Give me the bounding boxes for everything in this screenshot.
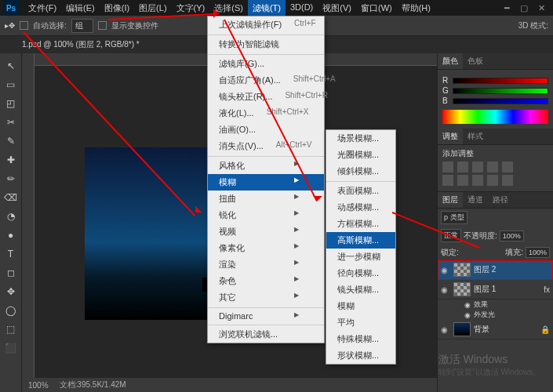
- filter-menu-item[interactable]: 其它: [208, 289, 324, 306]
- filter-menu-item[interactable]: 风格化: [208, 156, 324, 174]
- visibility-toggle[interactable]: ◉: [441, 325, 450, 334]
- filter-menu-item[interactable]: 转换为智能滤镜: [208, 34, 324, 53]
- filter-menu-item[interactable]: 浏览联机滤镜...: [208, 325, 324, 343]
- tool-0[interactable]: ↖: [2, 57, 20, 74]
- filter-menu-item[interactable]: 视频: [208, 223, 324, 240]
- filter-menu-item[interactable]: 油画(O)...: [208, 122, 324, 138]
- filter-menu-item[interactable]: 滤镜库(G)...: [208, 54, 324, 72]
- menu-0[interactable]: 文件(F): [24, 0, 61, 16]
- tab-color[interactable]: 颜色: [438, 53, 463, 69]
- annotation-arrowhead: [213, 9, 223, 18]
- tool-13[interactable]: ◯: [2, 302, 20, 319]
- menu-3[interactable]: 图层(L): [134, 0, 171, 16]
- slider-r[interactable]: [453, 78, 548, 84]
- layer-name[interactable]: 图层 2: [474, 264, 550, 275]
- tool-9[interactable]: ●: [2, 227, 20, 244]
- tool-6[interactable]: ✏: [2, 170, 20, 187]
- blur-menu-item[interactable]: 表面模糊...: [326, 181, 395, 199]
- blur-menu-item[interactable]: 模糊: [326, 298, 395, 314]
- tool-7[interactable]: ⌫: [2, 189, 20, 206]
- lock-label: 锁定:: [441, 247, 459, 258]
- auto-select-dropdown[interactable]: 组: [71, 19, 93, 33]
- visibility-toggle[interactable]: ◉: [441, 285, 450, 294]
- tool-3[interactable]: ✂: [2, 114, 20, 131]
- slider-b[interactable]: [453, 98, 548, 104]
- blur-menu-item[interactable]: 高斯模糊...: [326, 232, 395, 249]
- tab-adjust[interactable]: 调整: [438, 129, 463, 144]
- minimize-button[interactable]: ━: [498, 3, 515, 13]
- restore-button[interactable]: ▢: [515, 3, 533, 13]
- blur-menu-item[interactable]: 方框模糊...: [326, 216, 395, 232]
- fx-item[interactable]: ◉ 外发光: [438, 310, 553, 320]
- layer-name[interactable]: 背景: [474, 324, 537, 335]
- menu-7[interactable]: 3D(D): [286, 0, 318, 16]
- menu-8[interactable]: 视图(V): [318, 0, 356, 16]
- tab-layers[interactable]: 图层: [438, 192, 463, 208]
- blur-menu-item[interactable]: 特殊模糊...: [326, 331, 395, 347]
- color-spectrum[interactable]: [442, 110, 548, 124]
- close-button[interactable]: ✕: [533, 3, 550, 13]
- adjust-icon[interactable]: [442, 175, 453, 186]
- blur-menu-item[interactable]: 场景模糊...: [326, 130, 395, 147]
- tool-4[interactable]: ✎: [2, 132, 20, 150]
- tab-paths[interactable]: 路径: [488, 192, 513, 208]
- slider-g[interactable]: [453, 88, 548, 94]
- show-transform-checkbox[interactable]: [98, 21, 107, 30]
- menu-6[interactable]: 滤镜(T): [248, 0, 286, 16]
- layer-name[interactable]: 图层 1: [474, 284, 540, 295]
- tab-channels[interactable]: 通道: [463, 192, 488, 208]
- menu-1[interactable]: 编辑(E): [61, 0, 100, 16]
- adjust-icon[interactable]: [472, 162, 483, 172]
- filter-menu-item[interactable]: 液化(L)...Shift+Ctrl+X: [208, 105, 324, 122]
- layer-row[interactable]: ◉ 图层 1 fx: [438, 280, 553, 299]
- fill-value[interactable]: 100%: [526, 247, 550, 258]
- layer-kind-filter[interactable]: p 类型: [441, 211, 468, 224]
- tab-swatches[interactable]: 色板: [463, 53, 488, 69]
- adjust-icon[interactable]: [502, 162, 513, 172]
- tool-11[interactable]: ◻: [2, 264, 20, 281]
- menu-10[interactable]: 帮助(H): [397, 0, 435, 16]
- menu-9[interactable]: 窗口(W): [356, 0, 397, 16]
- filter-menu-item[interactable]: Digimarc: [208, 307, 324, 323]
- blur-menu-item[interactable]: 镜头模糊...: [326, 281, 395, 298]
- filter-menu-item[interactable]: 锐化: [208, 207, 324, 223]
- visibility-toggle[interactable]: ◉: [441, 266, 450, 274]
- adjust-icon[interactable]: [457, 162, 468, 172]
- tool-5[interactable]: ✚: [2, 151, 20, 169]
- tool-14[interactable]: ⬚: [2, 321, 20, 338]
- auto-select-checkbox[interactable]: [20, 21, 28, 30]
- zoom-level[interactable]: 100%: [28, 381, 49, 390]
- layer-row[interactable]: ◉ 图层 2: [438, 260, 553, 280]
- adjust-icon[interactable]: [457, 175, 468, 186]
- layer-row[interactable]: ◉ 背景 🔒: [438, 320, 553, 339]
- filter-menu-item[interactable]: 渲染: [208, 256, 324, 273]
- toolbox: ↖▭◰✂✎✚✏⌫◔●T◻✥◯⬚⬛: [0, 53, 22, 392]
- adjust-icon[interactable]: [487, 162, 498, 172]
- tool-2[interactable]: ◰: [2, 95, 20, 112]
- menu-2[interactable]: 图像(I): [100, 0, 134, 16]
- adjust-icon[interactable]: [502, 175, 513, 186]
- blur-menu-item[interactable]: 动感模糊...: [326, 199, 395, 216]
- filter-menu-item[interactable]: 扭曲: [208, 191, 324, 207]
- filter-menu-item[interactable]: 消失点(V)...Alt+Ctrl+V: [208, 138, 324, 154]
- blur-menu-item[interactable]: 进一步模糊: [326, 249, 395, 265]
- adjust-icon[interactable]: [442, 162, 453, 172]
- tool-10[interactable]: T: [2, 245, 20, 263]
- blur-menu-item[interactable]: 倾斜模糊...: [326, 163, 395, 180]
- tool-8[interactable]: ◔: [2, 208, 20, 225]
- blur-menu-item[interactable]: 径向模糊...: [326, 265, 395, 281]
- tool-1[interactable]: ▭: [2, 76, 20, 93]
- adjust-icon[interactable]: [472, 175, 483, 186]
- blur-menu-item[interactable]: 光圈模糊...: [326, 147, 395, 163]
- ruler-vertical: [22, 53, 35, 392]
- filter-menu-item[interactable]: 杂色: [208, 273, 324, 289]
- opacity-value[interactable]: 100%: [500, 230, 524, 241]
- blur-menu-item[interactable]: 平均: [326, 314, 395, 331]
- blur-menu-item[interactable]: 形状模糊...: [326, 347, 395, 364]
- tool-15[interactable]: ⬛: [2, 339, 20, 357]
- tool-12[interactable]: ✥: [2, 283, 20, 300]
- tab-styles[interactable]: 样式: [463, 129, 488, 144]
- filter-menu-item[interactable]: 自适应广角(A)...Shift+Ctrl+A: [208, 72, 324, 89]
- filter-menu-item[interactable]: 像素化: [208, 240, 324, 256]
- adjust-icon[interactable]: [487, 175, 498, 186]
